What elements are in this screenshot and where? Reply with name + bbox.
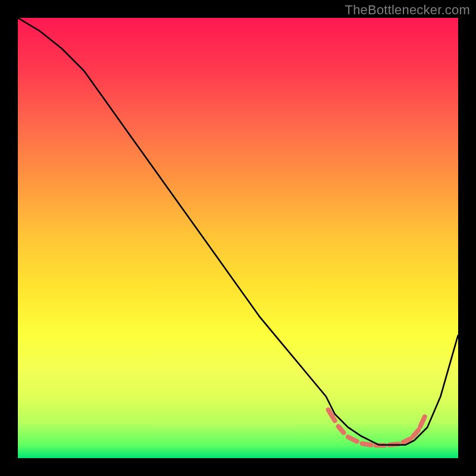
chart-svg bbox=[18, 18, 458, 458]
chart-dash-segment bbox=[339, 427, 344, 433]
chart-dash-segment bbox=[362, 444, 371, 445]
chart-curve bbox=[18, 18, 458, 445]
chart-dash-segment bbox=[420, 416, 424, 426]
chart-dash-segment bbox=[403, 439, 411, 442]
chart-frame: TheBottlenecker.com bbox=[0, 0, 476, 476]
chart-dash-segment bbox=[414, 430, 419, 436]
chart-dash-layer bbox=[328, 410, 425, 446]
watermark-text: TheBottlenecker.com bbox=[345, 2, 470, 18]
chart-plot-area bbox=[18, 18, 458, 458]
chart-dash-segment bbox=[348, 437, 357, 441]
